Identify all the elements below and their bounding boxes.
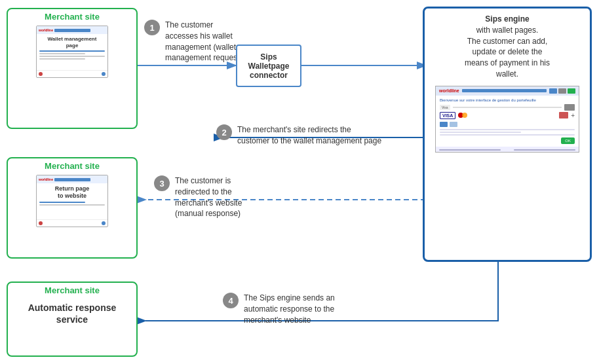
connector-box: Sips Walletpageconnector <box>236 45 301 87</box>
mini-line-1d <box>39 58 85 60</box>
ws-line-3 <box>440 134 575 136</box>
ws-add-icon: + <box>571 112 575 119</box>
step-4-label: The Sips engine sends anautomatic respon… <box>244 293 335 325</box>
mini-header-bar-1 <box>54 29 90 32</box>
step-3-label: The customer isredirected to themerchant… <box>175 175 242 219</box>
ws-visa-card: VISA <box>440 112 455 119</box>
ws-logo: worldline <box>439 88 459 93</box>
merchant-box-3: Merchant site Automatic response service <box>7 282 138 357</box>
ws-footer-line-2 <box>514 149 575 151</box>
mini-page-1-header: worldline <box>37 26 107 34</box>
mini-line-2b <box>39 204 105 206</box>
merchant-box-2: Merchant site worldline Return pageto we… <box>7 157 138 259</box>
step-1-circle: 1 <box>144 20 160 35</box>
mini-page-2-footer <box>37 219 107 227</box>
ws-content: Bienvenue sur votre interface de gestion… <box>436 96 579 147</box>
mini-dot-2b <box>102 221 106 225</box>
sips-engine-title: Sips engine with wallet pages. The custo… <box>425 9 590 82</box>
mini-page-1: worldline Wallet managementpage <box>36 26 108 78</box>
mini-page-2-header: worldline <box>37 175 107 183</box>
step-4-container: 4 The Sips engine sends anautomatic resp… <box>223 293 335 325</box>
mini-logo-2: worldline <box>39 177 53 181</box>
connector-box-text: Sips Walletpageconnector <box>242 52 295 80</box>
mini-line-1c <box>39 56 105 57</box>
ws-line-1 <box>440 129 575 130</box>
step-2-container: 2 The merchant's site redirects thecusto… <box>216 124 421 147</box>
merchant-box-3-content: Automatic response service <box>8 297 136 331</box>
sips-engine-panel: Sips engine with wallet pages. The custo… <box>423 7 592 262</box>
merchant-box-1: Merchant site worldline Wallet managemen… <box>7 8 138 129</box>
mini-page-2-content: Return pageto website <box>37 183 107 219</box>
step-2-label: The merchant's site redirects thecustome… <box>237 124 421 147</box>
diagram-container: Merchant site worldline Wallet managemen… <box>0 0 599 364</box>
merchant-box-2-title: Merchant site <box>8 158 136 172</box>
mini-page-2-title: Return pageto website <box>39 185 105 200</box>
mini-page-1-footer <box>37 70 107 77</box>
mini-line-1b <box>39 53 85 54</box>
mini-page-1-content: Wallet managementpage <box>37 34 107 70</box>
ws-footer <box>436 147 579 152</box>
mini-logo-1: worldline <box>39 28 53 32</box>
step-1-container: 1 The customer accesses his wallet manag… <box>144 20 244 64</box>
merchant-box-3-page-title: Automatic response service <box>14 302 130 325</box>
mini-dot-2a <box>39 221 43 225</box>
mini-line-2a <box>39 202 85 203</box>
step-1-label: The customer accesses his wallet managem… <box>165 20 244 64</box>
step-2-circle: 2 <box>216 124 232 140</box>
ws-mc-card <box>458 112 467 118</box>
step-3-circle: 3 <box>154 175 170 191</box>
step-3-container: 3 The customer isredirected to themercha… <box>154 175 242 219</box>
ws-header-bar <box>462 89 547 92</box>
merchant-box-3-title: Merchant site <box>8 283 136 297</box>
step-4-circle: 4 <box>223 293 239 308</box>
ws-line-2 <box>440 132 521 133</box>
ws-header: worldline <box>436 86 579 96</box>
merchant-box-1-title: Merchant site <box>8 9 136 23</box>
mini-line-1a <box>39 50 105 52</box>
wallet-screenshot: worldline Bienvenue sur votre interface … <box>435 86 579 153</box>
ws-card-row-1: VISA + <box>440 112 575 119</box>
mini-page-2: worldline Return pageto website <box>36 175 108 227</box>
ws-footer-line-1 <box>439 149 501 151</box>
mini-header-bar-2 <box>54 178 90 181</box>
mini-dot-1b <box>102 72 106 76</box>
mini-dot-1a <box>39 72 43 76</box>
mini-page-1-title: Wallet managementpage <box>39 36 105 48</box>
